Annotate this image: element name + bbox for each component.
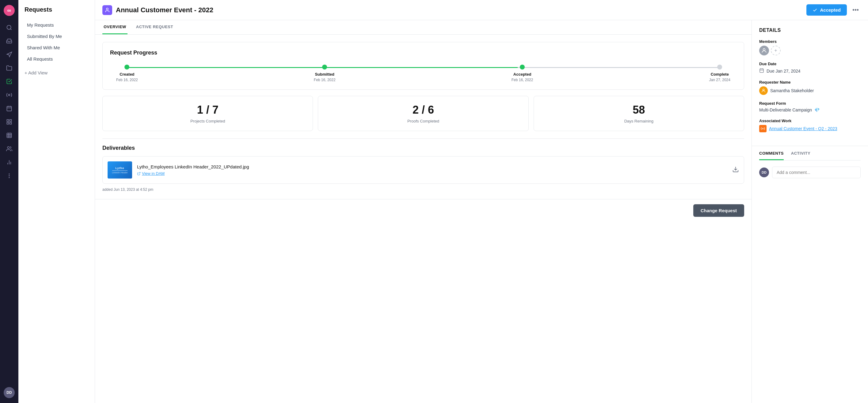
sidebar-item-my-requests[interactable]: My Requests xyxy=(21,19,92,31)
step-dot-created xyxy=(124,65,129,69)
associated-work-link[interactable]: Annual Customer Event - Q2 - 2023 xyxy=(769,126,837,131)
tasks-icon[interactable] xyxy=(4,76,15,87)
change-request-button[interactable]: Change Request xyxy=(693,204,744,217)
svg-point-16 xyxy=(7,147,9,149)
step-date-accepted: Feb 16, 2022 xyxy=(512,78,533,82)
member-avatar-1 xyxy=(759,46,769,56)
progress-step-accepted: Accepted Feb 16, 2022 xyxy=(512,65,533,82)
icon-nav: ∞ DD xyxy=(0,0,19,403)
change-request-bar: Change Request xyxy=(95,199,751,222)
step-label-submitted: Submitted xyxy=(315,72,334,76)
due-date-value: Due Jan 27, 2024 xyxy=(759,68,861,74)
progress-title: Request Progress xyxy=(110,49,737,56)
main-area: Annual Customer Event - 2022 Accepted ••… xyxy=(95,0,868,403)
step-label-accepted: Accepted xyxy=(514,72,531,76)
search-icon[interactable] xyxy=(4,22,15,33)
details-heading: DETAILS xyxy=(759,28,861,33)
people-icon[interactable] xyxy=(4,143,15,154)
svg-rect-11 xyxy=(7,133,12,138)
deliverables-title: Deliverables xyxy=(102,145,744,151)
dashboard-icon[interactable] xyxy=(4,116,15,127)
add-view-button[interactable]: + Add View xyxy=(19,67,95,78)
stat-card-proofs: 2 / 6 Proofs Completed xyxy=(318,96,528,131)
deliverables-section: Deliverables Lytho LinkedIn Header Lytho… xyxy=(102,138,744,192)
tab-activity[interactable]: ACTIVITY xyxy=(791,151,810,160)
requester-avatar xyxy=(759,86,768,95)
analytics-icon[interactable] xyxy=(4,157,15,168)
tab-overview[interactable]: OVERVIEW xyxy=(102,20,127,34)
tab-comments[interactable]: COMMENTS xyxy=(759,151,784,160)
progress-step-created: Created Feb 16, 2022 xyxy=(116,65,138,82)
svg-point-22 xyxy=(9,177,9,178)
svg-point-0 xyxy=(7,25,11,29)
due-date-group: Due Date Due Jan 27, 2024 xyxy=(759,62,861,74)
svg-rect-3 xyxy=(7,106,12,111)
svg-point-32 xyxy=(762,128,764,129)
step-label-complete: Complete xyxy=(711,72,729,76)
stat-label-projects: Projects Completed xyxy=(110,119,305,124)
comments-section: COMMENTS ACTIVITY DD xyxy=(752,146,868,186)
progress-line-bg xyxy=(128,67,718,68)
stat-number-proofs: 2 / 6 xyxy=(326,103,521,116)
deliverable-item: Lytho LinkedIn Header Lytho_Employees Li… xyxy=(102,156,744,184)
comment-user-avatar: DD xyxy=(759,168,769,177)
svg-point-21 xyxy=(9,175,9,176)
members-label: Members xyxy=(759,39,861,44)
stat-card-days: 58 Days Remaining xyxy=(534,96,744,131)
svg-rect-10 xyxy=(7,123,9,124)
svg-point-26 xyxy=(763,48,765,51)
page-title: Annual Customer Event - 2022 xyxy=(116,6,213,14)
diamond-badge-icon: 💎 xyxy=(814,107,819,112)
sidebar-item-all-requests[interactable]: All Requests xyxy=(21,53,92,65)
accepted-button[interactable]: Accepted xyxy=(806,4,847,15)
download-icon[interactable] xyxy=(732,166,739,174)
stat-label-proofs: Proofs Completed xyxy=(326,119,521,124)
stat-card-projects: 1 / 7 Projects Completed xyxy=(102,96,313,131)
svg-rect-27 xyxy=(760,69,764,73)
svg-line-1 xyxy=(10,29,12,30)
progress-step-complete: Complete Jan 27, 2024 xyxy=(709,65,731,82)
associated-work-icon xyxy=(759,125,767,132)
deliverable-thumbnail: Lytho LinkedIn Header xyxy=(107,161,132,178)
requester-label: Requester Name xyxy=(759,80,861,85)
details-section: DETAILS Members + Due Date xyxy=(752,20,868,146)
comment-input[interactable] xyxy=(772,167,861,178)
tabs-bar: OVERVIEW ACTIVE REQUEST xyxy=(95,20,751,35)
table-icon[interactable] xyxy=(4,130,15,141)
comment-input-row: DD xyxy=(759,167,861,178)
folder-icon[interactable] xyxy=(4,63,15,73)
tab-active-request[interactable]: ACTIVE REQUEST xyxy=(135,20,175,34)
members-row: + xyxy=(759,46,861,56)
page-header-right: Accepted ••• xyxy=(806,4,861,15)
more-nav-icon[interactable] xyxy=(4,170,15,181)
request-form-label: Request Form xyxy=(759,101,861,106)
associated-work-value: Annual Customer Event - Q2 - 2023 xyxy=(759,125,861,132)
sidebar-title: Requests xyxy=(19,6,95,19)
progress-track: Created Feb 16, 2022 Submitted Feb 16, 2… xyxy=(110,65,737,82)
inbox-icon[interactable] xyxy=(4,36,15,46)
overview-content: Request Progress Created Feb 16, 2022 xyxy=(95,35,751,199)
step-date-created: Feb 16, 2022 xyxy=(116,78,138,82)
app-logo[interactable]: ∞ xyxy=(4,5,15,16)
megaphone-icon[interactable] xyxy=(4,49,15,60)
sidebar-item-shared-with-me[interactable]: Shared With Me xyxy=(21,42,92,53)
page-header: Annual Customer Event - 2022 Accepted ••… xyxy=(95,0,868,20)
due-date-label: Due Date xyxy=(759,62,861,66)
svg-rect-7 xyxy=(7,120,9,122)
user-avatar-nav[interactable]: DD xyxy=(4,387,15,398)
step-dot-complete xyxy=(717,65,722,69)
more-options-button[interactable]: ••• xyxy=(850,5,861,15)
step-dot-accepted xyxy=(520,65,525,69)
proofs-icon[interactable] xyxy=(4,90,15,100)
sidebar-item-submitted-by-me[interactable]: Submitted By Me xyxy=(21,31,92,42)
svg-line-24 xyxy=(138,172,141,174)
svg-point-23 xyxy=(106,8,108,10)
calendar-icon[interactable] xyxy=(4,103,15,114)
deliverable-info: Lytho_Employees LinkedIn Header_2022_UPd… xyxy=(137,164,727,176)
view-in-dam-link[interactable]: View in DAM xyxy=(137,171,727,176)
svg-point-20 xyxy=(9,174,9,174)
add-member-button[interactable]: + xyxy=(771,46,781,56)
requester-value: Samantha Stakeholder xyxy=(759,86,861,95)
comments-tabs: COMMENTS ACTIVITY xyxy=(759,146,861,161)
request-form-value: Multi-Deliverable Campaign 💎 xyxy=(759,107,861,112)
